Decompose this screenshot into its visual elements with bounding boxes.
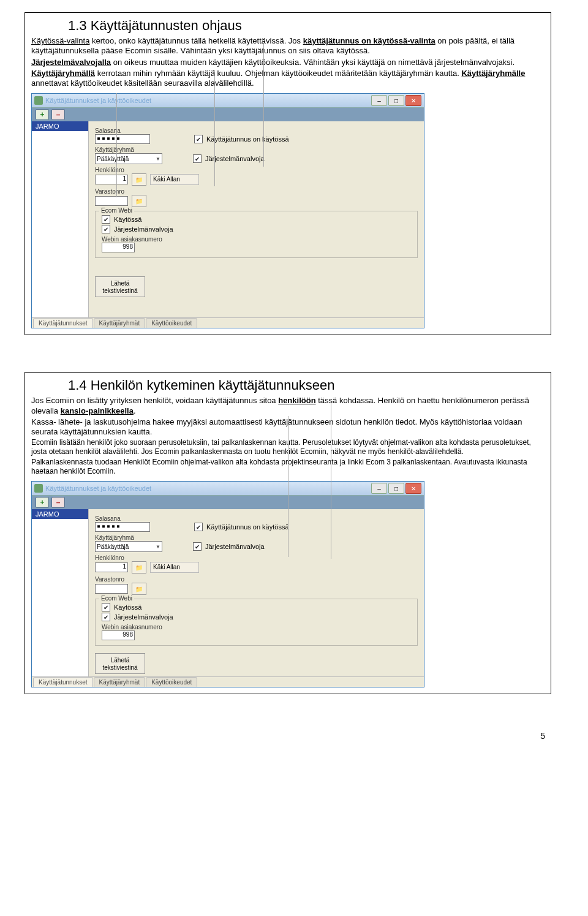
toolbar-2: + – [32, 496, 424, 509]
group-ecomwebi: Ecom Webi ✔ Käytössä ✔ Järjestelmänvalvo… [95, 211, 418, 258]
checkbox-webi-kaytossa[interactable]: ✔ [102, 603, 110, 611]
label-kaytossa: Käyttäjätunnus on käytössä [206, 523, 289, 531]
henkilo-name: Käki Allan [150, 174, 199, 185]
minimize-button[interactable]: – [371, 483, 387, 494]
add-button[interactable]: + [36, 497, 49, 508]
label-webino: Webin asiakasnumero [102, 236, 411, 243]
user-list-selected-2[interactable]: JARMO [32, 509, 88, 519]
label-salasana: Salasana [95, 515, 418, 522]
label-kaytossa: Käyttäjätunnus on käytössä [206, 135, 289, 143]
checkbox-webi-jvalvoja[interactable]: ✔ [102, 613, 110, 621]
folder-button-henkilo[interactable]: 📁 [132, 561, 146, 573]
folder-button-varasto[interactable]: 📁 [132, 583, 146, 595]
user-list-selected[interactable]: JARMO [32, 121, 88, 131]
chevron-down-icon: ▼ [156, 156, 160, 162]
password-field[interactable]: ▪▪▪▪▪ [95, 134, 150, 144]
window-title-2: Käyttäjätunnukset ja käyttöoikeudet [45, 485, 151, 492]
callout-line [116, 93, 117, 197]
maximize-button[interactable]: □ [388, 95, 404, 106]
varastonro-field[interactable] [95, 584, 128, 594]
password-field[interactable]: ▪▪▪▪▪ [95, 522, 150, 532]
remove-button[interactable]: – [51, 109, 65, 120]
toolbar: + – [32, 108, 424, 121]
titlebar: Käyttäjätunnukset ja käyttöoikeudet – □ … [32, 94, 424, 108]
checkbox-webi-jvalvoja[interactable]: ✔ [102, 225, 110, 233]
henkilonro-field[interactable]: 1 [95, 562, 128, 572]
tab-kayttooikeudet[interactable]: Käyttöoikeudet [146, 318, 197, 328]
label-henkilonro: Henkilönro [95, 555, 418, 561]
label-webi-jvalvoja: Järjestelmänvalvoja [114, 613, 173, 621]
group-label-ecomwebi: Ecom Webi [99, 207, 134, 214]
tab-kayttooikeudet[interactable]: Käyttöoikeudet [146, 677, 197, 687]
send-sms-button[interactable]: Lähetä tekstiviestinä [95, 653, 145, 674]
app-window-2: Käyttäjätunnukset ja käyttöoikeudet – □ … [31, 481, 424, 687]
label-ryhma: Käyttäjäryhmä [95, 146, 418, 153]
minimize-button[interactable]: – [371, 95, 387, 106]
checkbox-jvalvoja[interactable]: ✔ [193, 542, 202, 551]
tab-strip-2: Käyttäjätunnukset Käyttäjäryhmät Käyttöo… [32, 676, 424, 687]
callout-line [331, 403, 331, 559]
tab-strip: Käyttäjätunnukset Käyttäjäryhmät Käyttöo… [32, 317, 424, 328]
checkbox-jvalvoja[interactable]: ✔ [193, 154, 202, 163]
close-button[interactable]: ✕ [405, 483, 421, 494]
henkilonro-field[interactable]: 1 [95, 175, 128, 184]
callout-line [288, 416, 288, 557]
henkilo-name: Käki Allan [150, 562, 199, 573]
remove-button[interactable]: – [51, 497, 65, 508]
label-webino: Webin asiakasnumero [102, 624, 411, 630]
group-ecomwebi: Ecom Webi ✔ Käytössä ✔ Järjestelmänvalvo… [95, 599, 418, 646]
tab-kayttajatunnukset[interactable]: Käyttäjätunnukset [33, 677, 93, 687]
user-list[interactable]: JARMO [32, 121, 89, 317]
label-webi-jvalvoja: Järjestelmänvalvoja [114, 225, 173, 233]
para-jvalvoja: Järjestelmävalvojalla on oikeus muuttaa … [31, 58, 545, 67]
section-1-3: 1.3 Käyttäjätunnusten ohjaus Käytössä-va… [24, 12, 551, 335]
callout-line [263, 44, 264, 167]
webino-field[interactable]: 998 [102, 630, 135, 640]
label-salasana: Salasana [95, 127, 418, 134]
webino-field[interactable]: 998 [102, 243, 135, 252]
para-s2-1: Jos Ecomiin on lisätty yrityksen henkilö… [31, 396, 545, 416]
add-button[interactable]: + [36, 109, 49, 120]
heading-1-3: 1.3 Käyttäjätunnusten ohjaus [68, 18, 545, 34]
para-kaytossa: Käytössä-valinta kertoo, onko käyttäjätu… [31, 36, 545, 56]
checkbox-webi-kaytossa[interactable]: ✔ [102, 215, 110, 224]
tab-kayttajatunnukset[interactable]: Käyttäjätunnukset [33, 318, 93, 328]
window-title: Käyttäjätunnukset ja käyttöoikeudet [45, 97, 151, 104]
callout-line [214, 70, 215, 186]
checkbox-kaytossa[interactable]: ✔ [194, 135, 203, 143]
group-label-ecomwebi: Ecom Webi [99, 595, 134, 602]
label-webi-kaytossa: Käytössä [114, 604, 141, 611]
varastonro-field[interactable] [95, 196, 128, 206]
dropdown-ryhma[interactable]: Pääkäyttäjä ▼ [95, 541, 162, 552]
user-list-2[interactable]: JARMO [32, 509, 89, 676]
label-varastonro: Varastonro [95, 188, 418, 195]
send-sms-button[interactable]: Lähetä tekstiviestinä [95, 276, 145, 297]
dropdown-ryhma[interactable]: Pääkäyttäjä ▼ [95, 153, 162, 164]
tab-kayttajaryhmat[interactable]: Käyttäjäryhmät [94, 677, 146, 687]
page-number: 5 [0, 731, 545, 741]
label-henkilonro: Henkilönro [95, 167, 418, 173]
maximize-button[interactable]: □ [388, 483, 404, 494]
tab-kayttajaryhmat[interactable]: Käyttäjäryhmät [94, 318, 146, 328]
app-icon [34, 96, 43, 105]
close-button[interactable]: ✕ [405, 95, 421, 106]
app-window: Käyttäjätunnukset ja käyttöoikeudet – □ … [31, 93, 424, 328]
chevron-down-icon: ▼ [156, 544, 160, 550]
heading-1-4: 1.4 Henkilön kytkeminen käyttäjätunnukse… [68, 377, 545, 393]
form-panel: Salasana ▪▪▪▪▪ ✔ Käyttäjätunnus on käytö… [89, 121, 424, 317]
form-panel-2: Salasana ▪▪▪▪▪ ✔ Käyttäjätunnus on käytö… [89, 509, 424, 676]
checkbox-kaytossa[interactable]: ✔ [194, 523, 203, 531]
folder-button-varasto[interactable]: 📁 [132, 195, 146, 207]
label-varastonro: Varastonro [95, 576, 418, 583]
label-webi-kaytossa: Käytössä [114, 216, 141, 223]
folder-button-henkilo[interactable]: 📁 [132, 173, 146, 186]
label-ryhma: Käyttäjäryhmä [95, 534, 418, 541]
titlebar-2: Käyttäjätunnukset ja käyttöoikeudet – □ … [32, 482, 424, 496]
para-ryhma: Käyttäjäryhmällä kerrotaan mihin ryhmään… [31, 69, 545, 89]
label-jvalvoja: Järjestelmänvalvoja [205, 543, 265, 550]
app-icon [34, 484, 43, 493]
